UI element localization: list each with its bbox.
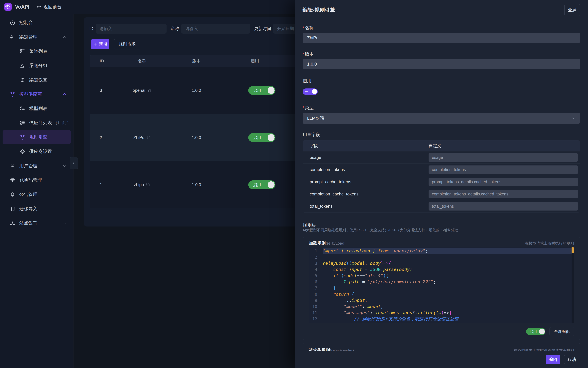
sidebar-collapse-button[interactable] — [70, 157, 78, 169]
back-to-front-link[interactable]: 返回前台 — [36, 4, 62, 10]
sidebar-item-label: 控制台 — [19, 19, 33, 26]
enable-toggle[interactable]: 开 — [303, 88, 318, 95]
usage-custom-input-completion_cache_tokens[interactable] — [428, 190, 578, 198]
sidebar-item-渠道列表[interactable]: 渠道列表 — [3, 44, 71, 58]
gear-icon — [20, 77, 25, 83]
code-line[interactable]: 12 // 屏蔽掉智谱不支持的角色，或进行其他处理在处理 — [309, 316, 574, 322]
row-enable-toggle[interactable]: 启用 — [248, 86, 275, 95]
column-header-名称: 名称 — [119, 58, 165, 64]
row-enable-toggle[interactable]: 启用 — [248, 133, 275, 142]
usage-field-row: total_tokens — [303, 200, 580, 212]
sidebar-item-label: 渠道分组 — [29, 63, 47, 69]
sidebar-item-迁移导入[interactable]: 迁移导入 — [3, 202, 71, 216]
sidebar-item-模型列表[interactable]: 模型列表 — [3, 101, 71, 116]
cancel-button[interactable]: 取消 — [564, 355, 579, 364]
row-name: openai — [119, 88, 165, 93]
code-line[interactable]: 6 G.path = "/v1/chat/completions222"; — [309, 279, 574, 285]
type-select[interactable]: LLM对话 — [303, 113, 580, 124]
code-line[interactable]: 5 if (model==="glm-4"){ — [309, 273, 574, 279]
sidebar-item-模型供应商[interactable]: 模型供应商 — [3, 87, 71, 101]
name-field-label: 名称 — [303, 26, 580, 31]
back-label: 返回前台 — [44, 4, 62, 10]
code-line[interactable]: 4 const input = JSON.parse(body) — [309, 267, 574, 273]
code-line[interactable]: 3relayLoad((model, body)=>{ — [309, 260, 574, 267]
site-icon — [10, 220, 15, 226]
code-line[interactable]: 11 "messages": input.messages?.filter((m… — [309, 310, 574, 316]
type-field-label: 类型 — [303, 105, 580, 110]
copy-icon[interactable] — [146, 135, 151, 140]
sidebar-item-渠道分组[interactable]: 渠道分组 — [3, 58, 71, 73]
code-line-content — [323, 254, 574, 260]
branch-icon — [10, 92, 15, 97]
sidebar-item-用户管理[interactable]: 用户管理 — [3, 159, 71, 173]
code-line-content: return { — [323, 291, 574, 297]
sidebar-item-label: 模型供应商 — [19, 91, 42, 97]
list-icon — [20, 106, 25, 111]
copy-icon[interactable] — [146, 183, 150, 187]
usage-custom-input-usage[interactable] — [428, 153, 578, 162]
code-line[interactable]: 13 return m.role === "user" || m.role ==… — [309, 322, 574, 323]
sidebar-item-规则引擎[interactable]: 规则引擎 — [3, 130, 71, 144]
filter-id-input[interactable] — [96, 24, 167, 34]
line-number: 8 — [309, 291, 323, 297]
line-number: 2 — [309, 254, 323, 260]
sidebar-item-渠道设置[interactable]: 渠道设置 — [3, 73, 71, 87]
code-line-content: } — [323, 285, 574, 291]
usage-custom-input-completion_tokens[interactable] — [428, 166, 578, 174]
rule-market-button[interactable]: 规则市场 — [114, 39, 140, 49]
filter-name-input[interactable] — [181, 24, 250, 34]
list-icon — [20, 48, 25, 54]
code-line[interactable]: 9 ...input, — [309, 297, 574, 304]
copy-icon[interactable] — [147, 88, 152, 93]
row-enable-toggle[interactable]: 启用 — [248, 180, 275, 189]
row-name: ZhiPu — [119, 135, 165, 140]
add-button[interactable]: 新增 — [91, 39, 109, 49]
sidebar-item-label: 模型列表 — [29, 105, 47, 112]
fullscreen-button[interactable]: 全屏 — [564, 4, 580, 16]
fullscreen-edit-button[interactable]: 全屏编辑 — [550, 327, 574, 336]
sidebar-item-供应商设置[interactable]: 供应商设置 — [3, 144, 71, 159]
sidebar-item-控制台[interactable]: 控制台 — [3, 16, 71, 30]
usage-field-name: completion_cache_tokens — [303, 192, 428, 196]
version-field-input[interactable] — [303, 59, 580, 69]
bell-icon — [10, 192, 15, 197]
code-line[interactable]: 10 "model": model, — [309, 304, 574, 310]
code-line-content: // 屏蔽掉智谱不支持的角色，或进行其他处理在处理 — [323, 316, 574, 322]
usage-custom-input-total_tokens[interactable] — [428, 202, 578, 211]
sidebar-item-公告管理[interactable]: 公告管理 — [3, 187, 71, 202]
sidebar-item-站点设置[interactable]: 站点设置 — [3, 216, 71, 230]
name-field-input[interactable] — [303, 33, 580, 43]
usage-field-row: usage — [303, 151, 580, 164]
rule-enable-toggle[interactable]: 启用 — [526, 328, 545, 335]
sidebar-item-兑换码管理[interactable]: 兑换码管理 — [3, 173, 71, 187]
submit-edit-button[interactable]: 编辑 — [546, 355, 560, 364]
row-version: 1.0.0 — [165, 88, 227, 93]
code-line[interactable]: 1import { relayLoad } from "voapi/relay"… — [309, 248, 574, 254]
sidebar-item-label: 迁移导入 — [19, 206, 38, 212]
usage-field-name: usage — [303, 155, 428, 160]
return-arrow-icon — [36, 4, 42, 10]
sidebar-item-label: 规则引擎 — [29, 134, 47, 140]
toggle-knob — [539, 329, 545, 334]
chevron-down-icon — [62, 163, 67, 168]
sidebar-item-label: 站点设置 — [19, 220, 38, 226]
code-line[interactable]: 2 — [309, 254, 574, 260]
code-line[interactable]: 8 return { — [309, 291, 574, 297]
code-line-content: const input = JSON.parse(body) — [323, 267, 574, 273]
usage-fields-label: 用量字段 — [303, 132, 580, 137]
voapi-logo-icon: API Vo — [4, 3, 12, 11]
code-editor[interactable]: 1import { relayLoad } from "voapi/relay"… — [309, 247, 574, 323]
plus-icon — [93, 42, 97, 46]
sidebar-item-label: 供应商设置 — [29, 148, 52, 155]
sidebar-item-供应商列表[interactable]: 供应商列表 （厂商） — [3, 116, 71, 130]
editor-scrollbar-track[interactable] — [571, 247, 574, 323]
line-number: 10 — [309, 304, 323, 310]
editor-scrollbar-thumb[interactable] — [571, 247, 574, 253]
usage-custom-input-prompt_cache_tokens[interactable] — [428, 178, 578, 186]
broadcast-icon — [10, 34, 15, 40]
code-line[interactable]: 7 } — [309, 285, 574, 291]
usage-field-name: prompt_cache_tokens — [303, 179, 428, 184]
row-id: 2 — [90, 135, 119, 140]
sidebar-item-渠道管理[interactable]: 渠道管理 — [3, 30, 71, 44]
sidebar-item-label: 兑换码管理 — [19, 177, 42, 183]
